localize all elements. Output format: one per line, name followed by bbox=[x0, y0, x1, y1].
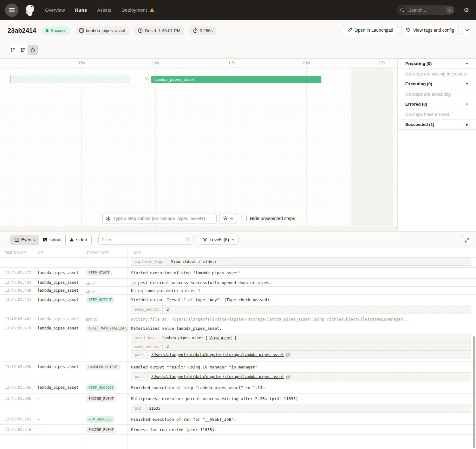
col-event-type: EVENT TYPE bbox=[82, 248, 128, 257]
log-row[interactable]: 13:45:03.424 lambda_pipes_asset INFO [pi… bbox=[0, 279, 476, 287]
step-subset-inputbox[interactable] bbox=[102, 213, 217, 224]
checkbox-box[interactable] bbox=[241, 216, 247, 221]
event-type-label: INFO bbox=[86, 289, 95, 294]
log-filter-input[interactable] bbox=[102, 237, 185, 242]
step-subset-input[interactable] bbox=[113, 216, 213, 221]
metadata-table: some_metric 2 bbox=[131, 305, 471, 314]
log-op: - bbox=[33, 425, 82, 434]
log-row[interactable]: 13:45:02.372 lambda_pipes_asset STEP_STA… bbox=[0, 268, 476, 279]
tab-stdout[interactable]: stdout bbox=[39, 235, 66, 245]
meta-key: asset_key bbox=[131, 334, 158, 342]
meta-value: 2 bbox=[163, 342, 471, 350]
ruler-tick: 2.5s bbox=[378, 61, 386, 65]
log-message: [pipes] external process successfully op… bbox=[131, 280, 272, 285]
meta-key: path bbox=[131, 373, 147, 381]
nav-item-deployment[interactable]: Deployment bbox=[121, 7, 155, 13]
log-message: Yielded output "result" of type "Any". (… bbox=[131, 297, 272, 302]
log-row[interactable]: 13:45:03.701 - RUN_SUCCESS Finished exec… bbox=[0, 414, 476, 425]
log-op: lambda_pipes_asset bbox=[33, 382, 82, 393]
gantt-step-bar[interactable]: lambda_pipes_asset bbox=[151, 76, 321, 83]
waiting-dashed-line bbox=[11, 79, 130, 79]
section-executing[interactable]: Executing (0) ▼ bbox=[398, 79, 476, 89]
run-header-more-button[interactable] bbox=[462, 25, 472, 35]
open-in-launchpad-button[interactable]: Open in Launchpad bbox=[343, 25, 398, 35]
nav-item-assets[interactable]: Assets bbox=[97, 7, 111, 13]
metadata-table: path /Users/alangenfeld/data/dagster/sto… bbox=[131, 372, 471, 381]
section-succeeded[interactable]: Succeeded (1) ▶ bbox=[398, 120, 476, 130]
view-stdout-stderr-link[interactable]: View stdout / stderr bbox=[171, 259, 217, 264]
chevron-up-icon bbox=[230, 218, 233, 219]
event-type-badge: STEP_START bbox=[86, 270, 112, 276]
view-mode-flat-button[interactable] bbox=[8, 45, 18, 55]
job-tag[interactable]: lambda_pipes_asset bbox=[76, 26, 129, 35]
caret-down-icon: ▼ bbox=[466, 82, 468, 86]
log-message: Multiprocess executor: parent process ex… bbox=[131, 396, 298, 401]
copy-icon[interactable] bbox=[286, 375, 290, 379]
section-preparing[interactable]: Preparing (0) ▼ bbox=[398, 59, 476, 69]
log-message: Finished execution of run for "__ASSET_J… bbox=[131, 417, 236, 422]
hamburger-menu-button[interactable] bbox=[5, 3, 18, 17]
log-message: Finished execution of step "lambda_pipes… bbox=[131, 385, 267, 390]
log-row[interactable]: 13:45:03.696 - ENGINE_EVENT Multiprocess… bbox=[0, 394, 476, 414]
search-shortcut-key: / bbox=[447, 7, 453, 13]
events-table-icon bbox=[15, 238, 19, 242]
gantt-horizontal-scrollbar[interactable] bbox=[0, 226, 397, 231]
view-mode-timed-button[interactable] bbox=[28, 45, 38, 55]
path-link[interactable]: /Users/alangenfeld/data/dagster/storage/… bbox=[151, 374, 284, 379]
levels-dropdown[interactable]: Levels (6) bbox=[199, 235, 239, 245]
nav-items: Overview Runs Assets Deployment bbox=[45, 7, 155, 13]
gridline bbox=[232, 68, 232, 226]
flat-list-icon bbox=[11, 48, 16, 52]
log-message: Materialized value lambda_pipes_asset. bbox=[131, 326, 222, 331]
log-op: - bbox=[33, 394, 82, 414]
nav-item-runs[interactable]: Runs bbox=[75, 7, 87, 13]
log-timestamp: 13:45:03.701 bbox=[0, 414, 33, 424]
log-row[interactable]: 13:45:03.438 lambda_pipes_asset INFO Usi… bbox=[0, 287, 476, 295]
log-row[interactable]: 13:45:03.470 lambda_pipes_asset ASSET_MA… bbox=[0, 323, 476, 362]
terminal-icon bbox=[43, 238, 47, 242]
layers-icon bbox=[223, 216, 228, 221]
path-link[interactable]: /Users/alangenfeld/data/dagster/storage/… bbox=[151, 353, 284, 357]
section-errored[interactable]: Errored (0) ▼ bbox=[398, 99, 476, 109]
log-table-header: TIMESTAMP OP EVENT TYPE INFO bbox=[0, 248, 476, 257]
log-timestamp: 13:45:03.453 bbox=[0, 295, 33, 315]
log-message: Writing file at: /Users/alangenfeld/data… bbox=[131, 317, 410, 322]
log-row[interactable]: 13:45:03.498 lambda_pipes_asset HANDLED_… bbox=[0, 362, 476, 382]
tab-stderr[interactable]: stderr bbox=[66, 235, 91, 245]
gridline bbox=[306, 68, 307, 226]
search-input[interactable]: Search... / bbox=[397, 5, 455, 15]
log-op: - bbox=[33, 414, 82, 424]
log-row[interactable]: 13:45:03.505 lambda_pipes_asset STEP_SUC… bbox=[0, 382, 476, 394]
logs-fullscreen-button[interactable] bbox=[462, 235, 472, 245]
start-time-tag: Dec 4, 1:45:01 PM bbox=[134, 26, 184, 35]
graph-options-button[interactable] bbox=[219, 213, 237, 224]
log-timestamp: 13:45:03.424 bbox=[0, 279, 33, 286]
metadata-table: asset_key lambda_pipes_asset [View Asset… bbox=[131, 334, 471, 359]
logs-vertical-scrollbar[interactable] bbox=[473, 336, 475, 448]
tab-events[interactable]: Events bbox=[11, 235, 39, 245]
log-row[interactable]: 13:45:03.716 - ENGINE_EVENT Process for … bbox=[0, 425, 476, 435]
chevron-down-icon bbox=[465, 29, 469, 31]
hide-unselected-checkbox[interactable]: Hide unselected steps bbox=[241, 216, 295, 221]
view-tags-config-button[interactable]: View tags and config bbox=[401, 25, 459, 35]
log-timestamp: 13:45:03.498 bbox=[0, 362, 33, 382]
nav-item-overview[interactable]: Overview bbox=[45, 7, 65, 13]
copy-icon[interactable] bbox=[286, 353, 290, 357]
col-info: INFO bbox=[128, 248, 476, 257]
step-subset-controls: Hide unselected steps bbox=[0, 213, 397, 224]
clear-filter-icon[interactable]: ✕ bbox=[185, 237, 190, 242]
run-main-area: 0.5s 1.0s 1.5s 2.0s 2.5s lambda_pipes_as… bbox=[0, 59, 476, 231]
meta-key: some_metric bbox=[131, 342, 163, 350]
log-timestamp: 13:45:03.461 bbox=[0, 315, 33, 323]
log-row[interactable]: 13:45:03.461 lambda_pipes_asset DEBUG Wr… bbox=[0, 315, 476, 323]
settings-gear-button[interactable]: ⚙ bbox=[464, 7, 469, 14]
op-selector-icon bbox=[106, 216, 111, 221]
log-row[interactable]: 13:45:03.453 lambda_pipes_asset STEP_OUT… bbox=[0, 295, 476, 315]
log-row[interactable]: captured_logs View stdout / stderr bbox=[0, 257, 476, 268]
log-filter-inputbox[interactable]: ✕ bbox=[98, 235, 193, 245]
log-op: lambda_pipes_asset bbox=[33, 295, 82, 315]
view-mode-waterfall-button[interactable] bbox=[18, 45, 28, 55]
view-asset-link[interactable]: View Asset bbox=[210, 336, 232, 340]
post-run-shaded-region bbox=[351, 68, 393, 226]
clock-icon bbox=[138, 28, 143, 33]
